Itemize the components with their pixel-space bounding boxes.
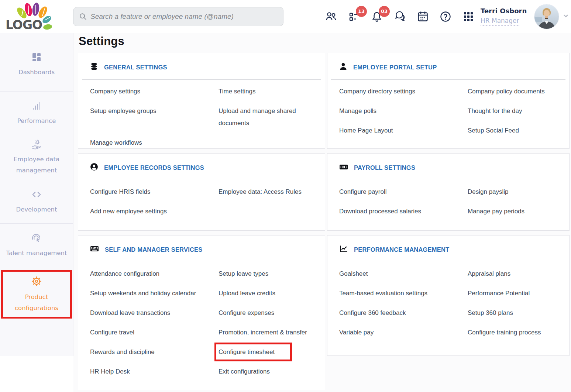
- top-header: LOGO 13 03: [0, 0, 571, 33]
- link-company-policy-documents[interactable]: Company policy documents: [468, 85, 560, 97]
- sidebar-item-dashboards[interactable]: Dashboards: [0, 33, 73, 92]
- page-title: Settings: [79, 35, 570, 48]
- development-icon: [31, 189, 42, 200]
- card-header: PAYROLL SETTINGS: [327, 154, 569, 180]
- database-icon: [90, 62, 98, 72]
- link-company-directory-settings[interactable]: Company directory settings: [339, 85, 468, 97]
- apps-grid-icon[interactable]: [462, 10, 475, 23]
- link-download-processed-salaries[interactable]: Download processed salaries: [339, 205, 468, 217]
- card-title: SELF AND MANAGER SERVICES: [105, 246, 202, 253]
- dashboards-icon: [31, 52, 42, 63]
- search-bar[interactable]: [73, 7, 283, 26]
- link-add-new-employee-settings[interactable]: Add new employee settings: [90, 205, 219, 217]
- card-title: EMPLOYEE PORTAL SETUP: [353, 64, 437, 71]
- chat-icon[interactable]: [393, 10, 406, 23]
- person-circle-icon: [90, 163, 98, 172]
- link-company-settings[interactable]: Company settings: [90, 85, 219, 97]
- sidebar: Dashboards Performance Employee data man…: [0, 33, 73, 356]
- link-goalsheet[interactable]: Goalsheet: [339, 268, 468, 280]
- link-exit-configurations[interactable]: Exit configurations: [219, 365, 316, 378]
- link-home-page-layout[interactable]: Home Page Layout: [339, 124, 468, 137]
- link-performance-potential[interactable]: Performance Potential: [468, 287, 560, 299]
- card-self-and-manager-services: SELF AND MANAGER SERVICESAttendance conf…: [78, 235, 325, 390]
- settings-page: Settings GENERAL SETTINGSCompany setting…: [73, 33, 571, 392]
- chevron-down-icon[interactable]: [563, 13, 569, 21]
- notifications-icon[interactable]: 03: [371, 10, 383, 23]
- talent-icon: [31, 233, 42, 244]
- card-header: EMPLOYEE PORTAL SETUP: [327, 53, 569, 79]
- link-manage-pay-periods[interactable]: Manage pay periods: [468, 205, 560, 217]
- sidebar-item-performance[interactable]: Performance: [0, 92, 73, 135]
- card-links: Company directory settingsCompany policy…: [327, 80, 569, 137]
- link-hr-help-desk[interactable]: HR Help Desk: [90, 365, 219, 378]
- link-upload-leave-credits[interactable]: Upload leave credits: [219, 287, 316, 299]
- link-setup-employee-groups[interactable]: Setup employee groups: [90, 105, 219, 117]
- link-rewards-and-discipline[interactable]: Rewards and discipline: [90, 346, 219, 358]
- link-appraisal-plans[interactable]: Appraisal plans: [468, 268, 560, 280]
- banknote-icon: [339, 163, 348, 172]
- user-role[interactable]: HR Manager: [481, 17, 519, 26]
- logo: LOGO: [0, 0, 61, 33]
- org-tasks-badge: 13: [356, 6, 367, 17]
- sidebar-item-label: Product configurations: [4, 292, 69, 314]
- card-general-settings: GENERAL SETTINGSCompany settingsTime set…: [78, 53, 325, 149]
- link-configure-timesheet[interactable]: Configure timesheet: [214, 343, 292, 361]
- link-configure-hris-fields[interactable]: Configure HRIS fields: [90, 186, 219, 198]
- user-name: Terri Osborn: [481, 7, 528, 15]
- team-icon[interactable]: [325, 10, 337, 23]
- notifications-badge: 03: [379, 6, 390, 17]
- link-attendance-configuration[interactable]: Attendance configuration: [90, 268, 219, 280]
- link-configure-training-process[interactable]: Configure training process: [468, 326, 560, 338]
- product-config-icon: [30, 275, 43, 288]
- help-icon[interactable]: [439, 10, 452, 23]
- sidebar-item-employee-data-management[interactable]: Employee data management: [0, 135, 73, 180]
- link-setup-social-feed[interactable]: Setup Social Feed: [468, 124, 560, 137]
- card-title: PERFORMANCE MANAGEMENT: [354, 246, 449, 253]
- link-manage-workflows[interactable]: Manage workflows: [90, 137, 219, 149]
- card-employee-portal-setup: EMPLOYEE PORTAL SETUPCompany directory s…: [327, 53, 570, 149]
- card-links: Configure HRIS fieldsEmployee data: Acce…: [78, 180, 325, 217]
- card-title: PAYROLL SETTINGS: [354, 164, 415, 171]
- link-setup-weekends-and-holiday-calendar[interactable]: Setup weekends and holiday calendar: [90, 287, 219, 299]
- card-title: GENERAL SETTINGS: [104, 64, 167, 71]
- search-input[interactable]: [90, 13, 277, 21]
- sidebar-item-label: Talent management: [6, 248, 67, 259]
- link-time-settings[interactable]: Time settings: [219, 85, 316, 97]
- card-links: Attendance configurationSetup leave type…: [78, 262, 325, 378]
- avatar[interactable]: [534, 4, 559, 29]
- link-configure-travel[interactable]: Configure travel: [90, 326, 219, 338]
- link-promotion-increment-transfer[interactable]: Promotion, increment & transfer: [219, 326, 316, 338]
- link-configure-payroll[interactable]: Configure payroll: [339, 186, 468, 198]
- link-thought-for-the-day[interactable]: Thought for the day: [468, 105, 560, 117]
- link-configure-expenses[interactable]: Configure expenses: [219, 307, 316, 319]
- link-employee-data-access-rules[interactable]: Employee data: Access Rules: [219, 186, 316, 198]
- card-header: GENERAL SETTINGS: [78, 53, 325, 79]
- sidebar-item-talent-management[interactable]: Talent management: [0, 224, 73, 267]
- link-team-based-evaluation-settings[interactable]: Team-based evaluation settings: [339, 287, 468, 299]
- card-header: PERFORMANCE MANAGEMENT: [327, 235, 569, 262]
- sidebar-item-label: Performance: [17, 116, 56, 127]
- logo-text: LOGO: [6, 18, 42, 32]
- sidebar-item-label: Dashboards: [18, 67, 55, 78]
- chart-line-icon: [339, 245, 348, 254]
- card-header: EMPLOYEE RECORDS SETTINGS: [78, 154, 325, 180]
- employee-data-icon: [31, 139, 42, 150]
- sidebar-item-label: Development: [16, 204, 57, 215]
- card-performance-management: PERFORMANCE MANAGEMENTGoalsheetAppraisal…: [327, 235, 570, 356]
- card-links: GoalsheetAppraisal plansTeam-based evalu…: [327, 262, 569, 338]
- org-tasks-icon[interactable]: 13: [348, 10, 360, 23]
- link-upload-and-manage-shared-documents[interactable]: Upload and manage shared documents: [219, 105, 316, 129]
- link-setup-360-plans[interactable]: Setup 360 plans: [468, 307, 560, 319]
- link-design-payslip[interactable]: Design payslip: [468, 186, 560, 198]
- calendar-icon[interactable]: [416, 10, 429, 23]
- card-employee-records-settings: EMPLOYEE RECORDS SETTINGSConfigure HRIS …: [78, 153, 325, 231]
- header-icon-group: 13 03: [325, 10, 475, 23]
- link-setup-leave-types[interactable]: Setup leave types: [219, 268, 316, 280]
- sidebar-item-development[interactable]: Development: [0, 180, 73, 224]
- link-download-leave-transactions[interactable]: Download leave transactions: [90, 307, 219, 319]
- sidebar-item-product-configurations[interactable]: Product configurations: [1, 270, 72, 319]
- link-manage-polls[interactable]: Manage polls: [339, 105, 468, 117]
- card-header: SELF AND MANAGER SERVICES: [78, 235, 325, 262]
- link-configure-360-feedback[interactable]: Configure 360 feedback: [339, 307, 468, 319]
- link-variable-pay[interactable]: Variable pay: [339, 326, 468, 338]
